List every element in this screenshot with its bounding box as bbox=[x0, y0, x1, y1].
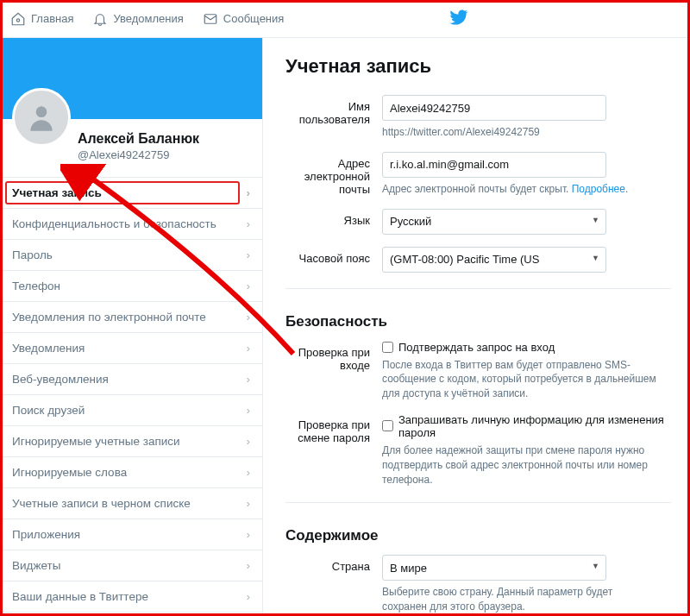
annotation-frame bbox=[0, 0, 690, 616]
